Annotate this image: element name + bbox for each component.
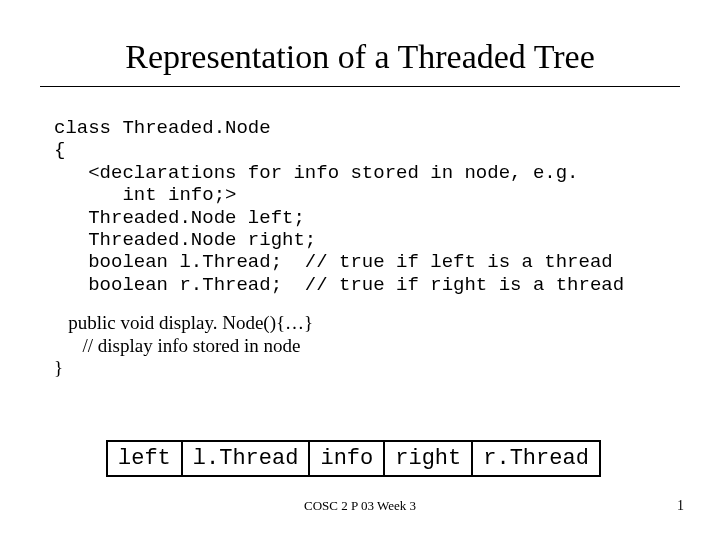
page-number: 1 [677, 498, 684, 514]
method-line: public void display. Node(){…} [54, 312, 313, 333]
cell-rthread: r.Thread [472, 441, 600, 476]
code-line: { [54, 139, 65, 161]
slide: Representation of a Threaded Tree class … [0, 0, 720, 540]
code-line: <declarations for info stored in node, e… [54, 162, 579, 184]
cell-info: info [309, 441, 384, 476]
footer-text: COSC 2 P 03 Week 3 [0, 498, 720, 514]
code-line: boolean l.Thread; // true if left is a t… [54, 251, 613, 273]
code-line: class Threaded.Node [54, 117, 271, 139]
cell-left: left [107, 441, 182, 476]
slide-title: Representation of a Threaded Tree [0, 0, 720, 86]
method-block: public void display. Node(){…} // displa… [54, 312, 720, 379]
code-line: boolean r.Thread; // true if right is a … [54, 274, 624, 296]
code-block: class Threaded.Node { <declarations for … [54, 117, 720, 296]
method-line: } [54, 357, 63, 378]
code-line: Threaded.Node right; [54, 229, 316, 251]
title-underline [40, 86, 680, 87]
code-line: int info;> [54, 184, 236, 206]
method-line: // display info stored in node [54, 335, 300, 356]
node-fields-table: left l.Thread info right r.Thread [106, 440, 601, 477]
cell-lthread: l.Thread [182, 441, 310, 476]
cell-right: right [384, 441, 472, 476]
table-row: left l.Thread info right r.Thread [107, 441, 600, 476]
code-line: Threaded.Node left; [54, 207, 305, 229]
